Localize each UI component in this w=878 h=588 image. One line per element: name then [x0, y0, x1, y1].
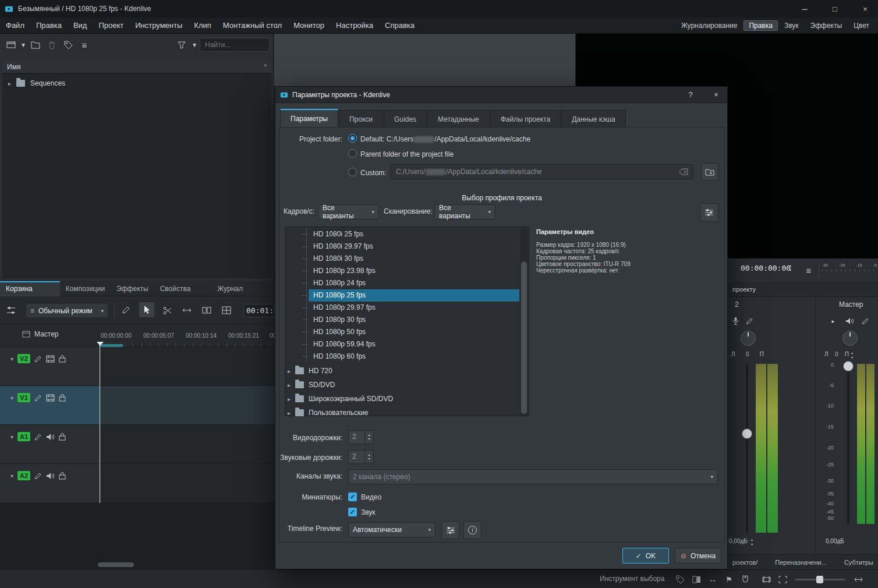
profile-item[interactable]: HD 1080p 60 fps [309, 350, 519, 363]
tab-guides[interactable]: Guides [384, 110, 427, 127]
profile-item[interactable]: HD 1080p 59.94 fps [309, 338, 519, 350]
layout-audio[interactable]: Звук [779, 20, 804, 31]
track-badge[interactable]: A1 [17, 432, 30, 441]
volume-fader[interactable] [746, 364, 748, 533]
expander-icon[interactable]: ▸ [288, 368, 291, 374]
mute-mic-button[interactable] [729, 314, 742, 327]
timeline-ruler[interactable]: 00:00:00:00 00:00:05:07 00:00:10:14 00:0… [99, 324, 275, 347]
parent-folder-radio[interactable] [348, 149, 357, 158]
tab-speech-recognition[interactable]: Переназначени... [770, 555, 831, 569]
tab-partial-project[interactable]: проекту [728, 282, 760, 296]
profile-item[interactable]: HD 1080i 25 fps [309, 228, 519, 240]
profile-item[interactable]: HD 1080i 29.97 fps [309, 240, 519, 253]
menu-file[interactable]: Файл [0, 17, 30, 34]
master-pan-spinner[interactable]: ▴▾ [851, 350, 853, 360]
show-video-icon[interactable] [46, 394, 55, 402]
bin-item-sequences[interactable]: ▸ Sequences [2, 76, 271, 90]
custom-folder-input[interactable]: C:/Users//AppData/Local/kdenlive/cache [391, 164, 693, 179]
tab-cache-data[interactable]: Данные кэша [561, 110, 626, 127]
audio-tracks-spinbox[interactable]: 2 ▴▾ [348, 450, 374, 464]
browse-folder-button[interactable] [701, 163, 718, 180]
edit-track-icon[interactable] [34, 472, 42, 480]
minimize-button[interactable]: ─ [792, 0, 817, 17]
timeline-timecode[interactable]: 00:01:0 [243, 304, 275, 317]
lock-icon[interactable] [59, 433, 66, 441]
record-button[interactable] [743, 314, 756, 327]
dialog-titlebar[interactable]: Параметры проекта - Kdenlive ? × [275, 87, 727, 103]
filter-dropdown[interactable]: ▾ [191, 37, 198, 52]
profile-folder[interactable]: ▸ Широкоэкранный SD/DVD [288, 392, 393, 406]
bin-name-column-header[interactable]: Имя ^ [2, 61, 271, 73]
expander-icon[interactable]: ▸ [288, 410, 291, 416]
track-header-a1[interactable]: ▾ A1 [0, 425, 99, 464]
profile-item[interactable]: HD 1080p 50 fps [309, 326, 519, 338]
video-thumbnails-checkbox[interactable]: ✓ [348, 493, 357, 501]
dialog-help-button[interactable]: ? [682, 87, 699, 102]
layout-editing[interactable]: Правка [744, 20, 778, 31]
zoom-zone-button[interactable] [759, 572, 773, 586]
tab-compositions[interactable]: Композиции [60, 281, 111, 296]
zoom-slider[interactable] [795, 579, 845, 580]
lock-icon[interactable] [59, 355, 66, 363]
tab-undo-history[interactable]: Журнал действий [211, 281, 274, 296]
menu-timeline[interactable]: Монтажный стол [217, 17, 288, 34]
track-badge[interactable]: A2 [17, 471, 30, 480]
default-folder-radio-label[interactable]: Default: C:/Users/AppData/Local/kdenlive… [360, 135, 530, 143]
multicam-tool-button[interactable] [219, 303, 234, 318]
monitor-menu-button[interactable]: ≡ [801, 263, 816, 278]
master-mute-button[interactable] [843, 314, 856, 327]
master-volume-value[interactable]: 0,00дБ [826, 538, 844, 544]
expander-icon[interactable]: ▸ [8, 80, 11, 87]
menu-help[interactable]: Справка [379, 17, 420, 34]
audio-thumbnails-checkbox-label[interactable]: Звук [361, 508, 376, 516]
fit-timeline-button[interactable] [851, 572, 865, 586]
show-markers-button[interactable]: ⚑ [722, 572, 736, 586]
parent-folder-radio-label[interactable]: Parent folder of the project file [360, 150, 454, 158]
layout-effects[interactable]: Эффекты [805, 20, 848, 31]
filter-button[interactable] [174, 37, 189, 52]
fit-zone-button[interactable]: ↔ [706, 572, 720, 586]
fps-combo[interactable]: Все варианты ▾ [318, 204, 379, 219]
master-record-button[interactable] [859, 314, 872, 327]
tab-metadata[interactable]: Метаданные [427, 110, 490, 127]
zoom-fit-button[interactable] [776, 572, 790, 586]
maximize-button[interactable]: □ [822, 0, 848, 17]
profile-item-selected[interactable]: HD 1080p 25 fps [309, 289, 519, 302]
pan-knob[interactable] [741, 331, 756, 346]
add-clip-dropdown[interactable]: ▾ [20, 37, 27, 52]
bin-search-input[interactable] [200, 38, 270, 52]
tab-settings[interactable]: Параметры [280, 109, 338, 127]
expander-icon[interactable]: ▸ [288, 396, 291, 402]
show-video-icon[interactable] [46, 355, 55, 363]
track-badge[interactable]: V2 [17, 354, 30, 363]
lock-icon[interactable] [59, 472, 66, 480]
clear-input-icon[interactable] [679, 168, 688, 175]
master-fader-handle[interactable] [843, 361, 854, 371]
profile-item[interactable]: HD 1080p 23.98 fps [309, 265, 519, 277]
mix-tool-button[interactable] [119, 303, 134, 318]
timeline-settings-button[interactable] [3, 303, 19, 318]
custom-folder-radio-label[interactable]: Custom: [360, 169, 387, 177]
profile-item[interactable]: HD 1080p 29.97 fps [309, 302, 519, 314]
collapse-mixer-button[interactable]: ▸ [828, 314, 838, 327]
profile-item[interactable]: HD 1080i 30 fps [309, 253, 519, 265]
track-header-v1[interactable]: ▾ V1 [0, 386, 99, 425]
speaker-icon[interactable] [46, 472, 55, 480]
speaker-icon[interactable] [46, 433, 55, 441]
layout-color[interactable]: Цвет [848, 20, 875, 31]
tag-toggle-button[interactable] [673, 572, 687, 586]
collapse-icon[interactable]: ▾ [10, 395, 13, 401]
profile-item[interactable]: HD 1080p 24 fps [309, 277, 519, 289]
video-thumbnails-checkbox-label[interactable]: Видео [361, 493, 381, 501]
timeline-hscrollbar[interactable] [98, 562, 134, 567]
scanning-combo[interactable]: Все варианты ▾ [434, 204, 495, 219]
layout-logging[interactable]: Журналирование [676, 20, 743, 31]
video-tracks-spinbox[interactable]: 2 ▴▾ [348, 430, 374, 444]
tab-project-bin[interactable]: Корзина проекта [0, 281, 60, 296]
menu-project[interactable]: Проект [93, 17, 129, 34]
volume-value[interactable]: 0,00дБ [729, 538, 748, 544]
ok-button[interactable]: ✓ OK [622, 548, 669, 564]
master-fader[interactable] [847, 364, 849, 524]
zoom-slider-handle[interactable] [816, 576, 823, 583]
tab-proxy[interactable]: Прокси [339, 110, 383, 127]
